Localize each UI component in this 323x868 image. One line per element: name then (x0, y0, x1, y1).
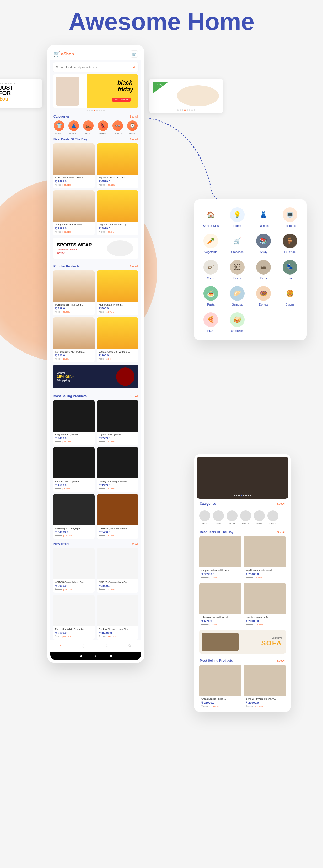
furn-category[interactable]: Beds (199, 510, 210, 524)
furn-category[interactable]: Sofas (226, 510, 238, 524)
product-card[interactable]: Men Blue Slim Fit Faded ... ₹ 399.0 ₹500… (53, 270, 95, 315)
category-icon: 📚 (256, 234, 271, 248)
category-tile[interactable]: 🛋 Sofas (199, 260, 223, 280)
see-all-link[interactable]: See All (130, 542, 138, 546)
search-bar[interactable]: ⚲ (53, 62, 138, 72)
category-icon: 🍝 (204, 286, 218, 301)
product-card[interactable]: Floral Print Button-Down A... ₹ 2599.0 ₹… (53, 143, 95, 188)
product-card[interactable]: ADIDAS Originals Men Grey... ₹ 3000.0 ₹6… (97, 548, 138, 593)
category-tile[interactable]: 💡 Home (226, 207, 249, 227)
see-all-link[interactable]: See All (130, 115, 138, 118)
furn-category-label: Decor (254, 522, 265, 524)
category-tile[interactable]: 🥕 Vegetable (199, 234, 223, 253)
category-icon: 🛋 (204, 260, 218, 275)
furn-category[interactable]: Chair (213, 510, 224, 524)
see-all-link[interactable]: See All (277, 502, 285, 505)
hero-banner[interactable]: blackfriday 10 to 70% OFF (53, 74, 138, 108)
category-item[interactable]: 👓 Eyewear (111, 121, 124, 134)
category-tile[interactable]: 📚 Study (252, 234, 275, 253)
category-tile[interactable]: 💺 Chair (279, 260, 302, 280)
recents-icon[interactable]: ■ (110, 654, 112, 658)
product-image (97, 595, 138, 626)
furn-category[interactable]: Decor (254, 510, 265, 524)
category-item[interactable]: 👕 Men's... (52, 121, 66, 134)
category-tile[interactable]: 🛏 Beds (252, 260, 275, 280)
category-tile[interactable]: 🛒 Groceries (226, 234, 249, 253)
category-label: Fashion (252, 224, 275, 227)
product-card[interactable]: Men Grey Chronograph ... ₹ 34999.0 ₹4100… (53, 494, 95, 539)
category-tile[interactable]: 👗 Fashion (252, 207, 275, 227)
category-icon: 💺 (283, 260, 297, 275)
see-all-link[interactable]: See All (130, 265, 138, 268)
product-card[interactable]: Men Mustard Printed ... ₹ 500.0 ₹560| -1… (97, 270, 138, 315)
product-card[interactable]: Typographic Print Hoodie ... ₹ 2999.0 ₹5… (53, 190, 95, 235)
product-card[interactable]: Bobbin 3 Seater Sofa ₹ 20000.0 ₹22809| -… (244, 583, 286, 628)
category-tile[interactable]: 🥟 Samosa (226, 286, 249, 306)
see-all-link[interactable]: See All (277, 531, 285, 534)
category-tile[interactable]: 🥪 Sandwich (226, 312, 249, 332)
category-icon: 🥕 (204, 234, 218, 248)
category-item[interactable]: 👞 Mens... (82, 121, 95, 134)
see-all-link[interactable]: See All (277, 659, 285, 662)
product-card[interactable]: DressBerry Women Brown ... ₹ 5400.0 ₹590… (97, 494, 138, 539)
winter-promo-banner[interactable]: Winter 35% Offer Shopping (53, 365, 138, 389)
product-card[interactable]: Guztag Gun Grey Eyewear ₹ 1999.0 ₹2500| … (97, 447, 138, 492)
product-card[interactable]: ADIDAS Originals Men Gre... ₹ 5000.0 ₹10… (53, 548, 95, 593)
nav-home-icon[interactable]: ⌂ (60, 643, 63, 649)
category-item[interactable]: 👗 Women'... (67, 121, 80, 134)
promo-banner-right[interactable]: Grocery (149, 79, 223, 113)
cart-button[interactable]: 🛒 (131, 51, 138, 58)
sofa-promo-banner[interactable]: Exclusiva SOFA (199, 630, 286, 654)
product-card[interactable]: Urban Ladder Hagen ... ₹ 25000.0 ₹30000|… (199, 664, 242, 710)
furn-best-deals-heading: Best Deals Of The Day (200, 530, 234, 534)
product-image (244, 583, 286, 615)
product-card[interactable]: Campus Sutra Men Mustar... ₹ 320.0 ₹500|… (53, 317, 95, 362)
category-tile[interactable]: 🏠 Baby & Kids (199, 207, 223, 227)
most-selling-heading: Most Selling Products (53, 394, 86, 398)
product-meta: ₹22809| -12.32% (246, 623, 284, 626)
back-icon[interactable]: ◀ (79, 654, 82, 658)
connector-arrow (147, 116, 225, 207)
product-card[interactable]: Puma Men White Synthetic... ₹ 2199.0 ₹25… (53, 595, 95, 640)
hero-model-image (56, 76, 79, 105)
product-name: ADIDAS Originals Men Grey... (99, 581, 136, 584)
category-tile[interactable]: 🍩 Donuts (252, 286, 275, 306)
category-tile[interactable]: 🍕 Pizza (199, 312, 223, 332)
home-icon[interactable]: ● (95, 654, 97, 658)
product-card[interactable]: Square-Neck A-line Dress ... ₹ 4599.0 ₹5… (97, 143, 138, 188)
product-card[interactable]: Jack & Jones Men White & ... ₹ 200.0 ₹25… (97, 317, 138, 362)
product-card[interactable]: Indigo Interiors Solid Extra... ₹ 36999.… (199, 536, 242, 581)
product-card[interactable]: Panther Black Eyewear ₹ 4599.0 ₹4750| -3… (53, 447, 95, 492)
product-price: ₹ 3999.0 (99, 227, 136, 230)
product-card[interactable]: Leg-o-mutton Sleeves Top ... ₹ 3999.0 ₹4… (97, 190, 138, 235)
product-card[interactable]: Zikra Solid Wood Meera Ar... ₹ 20000.0 ₹… (244, 664, 286, 710)
product-card[interactable]: Zikra Benitez Solid Wood ... ₹ 45999.0 ₹… (199, 583, 242, 628)
product-card[interactable]: Reebok Classic Unisex Blac... ₹ 15999.0 … (97, 595, 138, 640)
product-card[interactable]: Crystal Grey Eyewear ₹ 3599.0 ₹4000| -10… (97, 400, 138, 445)
nav-favorites-icon[interactable]: ♡ (81, 643, 85, 649)
category-item[interactable]: ⌚ Watche (126, 121, 139, 134)
furniture-hero[interactable] (196, 457, 288, 499)
furn-category[interactable]: Furnitur (267, 510, 279, 524)
product-card[interactable]: Knight Black Eyewear ₹ 2499.0 ₹2999| -16… (53, 400, 95, 445)
app-logo[interactable]: 🛒 eShop (53, 51, 74, 57)
search-input[interactable] (56, 66, 133, 69)
category-icon: 🪑 (283, 234, 297, 248)
sports-promo-banner[interactable]: SPORTS WEAR New Deals Discount 50% Off (53, 238, 138, 259)
see-all-link[interactable]: See All (130, 395, 138, 398)
category-tile[interactable]: 🍝 Pasta (199, 286, 223, 306)
category-tile[interactable]: 🪑 Furniture (279, 234, 302, 253)
product-card[interactable]: royal interiors solid wood ... ₹ 75000.0… (244, 536, 286, 581)
see-all-link[interactable]: See All (130, 138, 138, 141)
nav-profile-icon[interactable]: ☺ (127, 643, 132, 649)
bottom-nav: ⌂ ♡ ♤ ☺ (50, 640, 141, 652)
nav-notifications-icon[interactable]: ♤ (104, 643, 108, 649)
category-tile[interactable]: 💻 Electronics (279, 207, 302, 227)
winter-shopping: Shopping (57, 379, 74, 382)
product-meta: ₹250| -20.0% (99, 358, 136, 360)
furn-category[interactable]: Couche (240, 510, 251, 524)
category-tile[interactable]: 🖼 Decor (226, 260, 249, 280)
category-tile[interactable]: 🍔 Burger (279, 286, 302, 306)
category-item[interactable]: 👠 Women'... (97, 121, 110, 134)
promo-banner-left[interactable]: NEW ARRIVALS JUST FOR You (0, 79, 42, 107)
